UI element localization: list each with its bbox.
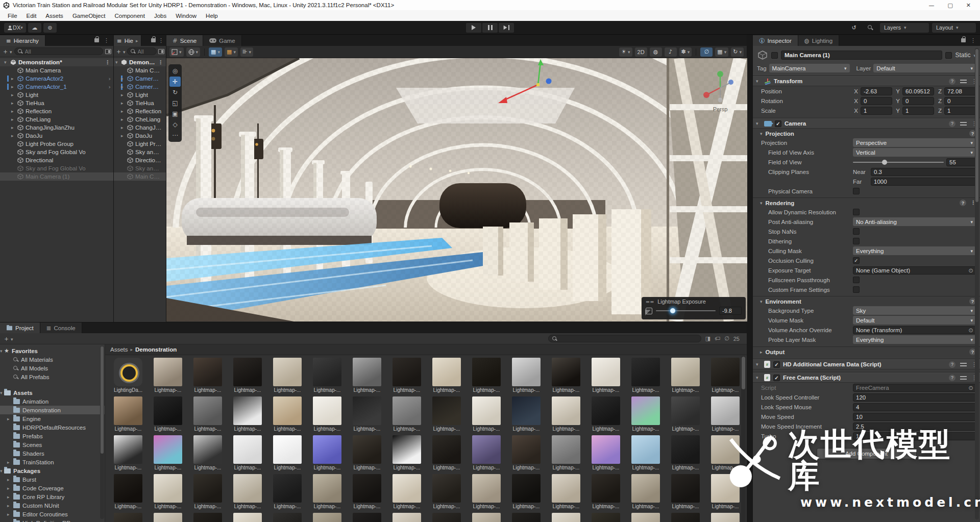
packages-root[interactable]: ▾ Packages xyxy=(0,466,105,475)
asset-tile[interactable]: Lightmap-... xyxy=(267,395,307,434)
asset-tile[interactable]: Lightmap-... xyxy=(427,395,467,434)
persp-label[interactable]: Persp xyxy=(713,106,728,112)
hierarchy-item[interactable]: Directional xyxy=(0,156,113,164)
search-by-label-icon[interactable]: 🏷 xyxy=(715,335,720,342)
folder-item[interactable]: Animation xyxy=(0,397,105,406)
physical-camera-checkbox[interactable] xyxy=(853,188,860,194)
asset-tile[interactable]: Lightmap-... xyxy=(228,434,267,473)
move-tool-button[interactable]: ✛ xyxy=(169,77,181,87)
far-field[interactable]: 1000 xyxy=(871,178,976,186)
asset-tile[interactable]: Lightmap-... xyxy=(666,395,705,434)
asset-tile[interactable]: Lightmap-... xyxy=(467,473,506,512)
help-icon[interactable]: ? xyxy=(949,375,955,381)
camera-enabled-checkbox[interactable] xyxy=(775,120,781,127)
asset-tile[interactable]: Lightmap-... xyxy=(467,434,506,473)
asset-tile[interactable]: Lightmap-... xyxy=(586,512,626,522)
increment-snap-button[interactable]: ▦ xyxy=(225,47,238,57)
scene-lighting-button[interactable]: ☀ xyxy=(619,47,632,57)
services-button[interactable]: ⊚ xyxy=(43,23,57,33)
tab-hierarchy-mini[interactable]: ≡ Hie ▸ xyxy=(114,35,141,46)
volume-anchor-field[interactable]: None (Transform) xyxy=(853,326,976,334)
asset-tile[interactable]: Lightmap-... xyxy=(228,395,267,434)
fullscreen-passthrough-checkbox[interactable] xyxy=(853,277,860,283)
help-icon[interactable]: ? xyxy=(949,78,955,85)
asset-tile[interactable]: Lightmap-... xyxy=(626,357,666,395)
help-icon[interactable]: ? xyxy=(949,361,955,368)
layer-dropdown[interactable]: Default xyxy=(873,64,976,72)
x-field[interactable]: 0 xyxy=(861,97,892,105)
search-by-type-icon[interactable]: ◨ xyxy=(705,335,710,342)
property-value-field[interactable]: 120 xyxy=(853,393,976,402)
transform-header[interactable]: ▾ Transform ?⋮ xyxy=(753,76,980,86)
asset-tile[interactable]: Lightmap-... xyxy=(427,434,467,473)
scene-picker-icon[interactable] xyxy=(158,49,164,54)
exposure-slider-knob[interactable] xyxy=(670,308,675,313)
hierarchy-item[interactable]: Sky and Fog Global Vo xyxy=(114,148,166,156)
hierarchy-item[interactable]: ▸ CheLiang xyxy=(114,115,166,123)
hierarchy-item[interactable]: ▸ DaoJu xyxy=(114,132,166,140)
asset-tile[interactable]: Lightmap-... xyxy=(666,512,705,522)
foldout-icon[interactable]: ▾ xyxy=(756,121,761,126)
2d-toggle-button[interactable]: 2D xyxy=(635,47,647,57)
asset-tile[interactable]: Lightmap-... xyxy=(148,473,188,512)
asset-tile[interactable]: Lightmap-... xyxy=(467,357,506,395)
children-indicator[interactable]: › xyxy=(109,76,111,82)
tag-dropdown[interactable]: MainCamera xyxy=(769,64,850,72)
hierarchy-search[interactable] xyxy=(14,47,103,55)
asset-tile[interactable]: Lightmap-... xyxy=(666,473,705,512)
folder-item[interactable]: Demonstration xyxy=(0,406,105,414)
scale-tool-button[interactable]: ◱ xyxy=(169,98,181,108)
x-field[interactable]: 1 xyxy=(861,107,892,115)
hierarchy-item[interactable]: ▸ ChangJingJianZhu xyxy=(0,123,113,132)
foldout-icon[interactable]: ▾ xyxy=(756,362,761,367)
volume-mask-dropdown[interactable]: Default xyxy=(853,316,976,325)
asset-tile[interactable]: Lightmap-... xyxy=(467,395,506,434)
scene-picker-icon[interactable] xyxy=(105,49,111,54)
assets-root[interactable]: ▾ Assets xyxy=(0,388,105,397)
foldout-icon[interactable]: ▾ xyxy=(756,375,761,380)
package-folder-item[interactable]: ▸ Core RP Library xyxy=(0,492,105,501)
menu-item[interactable]: Window xyxy=(171,13,201,19)
undo-history-button[interactable]: ↺ xyxy=(847,23,861,33)
hierarchy-item[interactable]: ▸ CameraActor_1 › xyxy=(0,83,113,91)
tool-handle-rotation-button[interactable] xyxy=(186,47,201,57)
asset-tile[interactable]: Lightmap-... xyxy=(546,434,586,473)
menu-item[interactable]: Assets xyxy=(41,13,68,19)
asset-tile[interactable]: Lightmap-... xyxy=(347,512,387,522)
children-indicator[interactable]: › xyxy=(109,84,111,90)
scene-visibility-button[interactable]: ∅ xyxy=(700,47,713,57)
hierarchy-item[interactable]: Main Camera (1) xyxy=(114,172,166,181)
transform-tool-button[interactable]: ◇ xyxy=(169,119,181,130)
asset-tile[interactable]: Lightmap-... xyxy=(427,512,467,522)
scene-root-row[interactable]: ▾ Demonstration* ⋮ xyxy=(0,58,113,66)
rect-tool-button[interactable]: ▣ xyxy=(169,109,181,119)
panel-menu-icon[interactable]: ⋮ xyxy=(104,37,109,44)
fov-slider-knob[interactable] xyxy=(882,160,887,165)
hierarchy-item[interactable]: ▸ Light xyxy=(114,91,166,99)
asset-tile[interactable]: Lightmap-... xyxy=(267,357,307,395)
asset-tile[interactable]: Lightmap-... xyxy=(188,395,228,434)
create-button[interactable]: ＋ xyxy=(2,47,12,56)
foldout-icon[interactable]: ▾ xyxy=(756,79,761,84)
fov-axis-dropdown[interactable]: Vertical xyxy=(853,148,976,157)
asset-tile[interactable]: Lightmap-... xyxy=(546,357,586,395)
package-folder-item[interactable]: ▸ High Definition RP xyxy=(0,518,105,522)
asset-tile[interactable]: Lightmap-... xyxy=(307,395,347,434)
hierarchy-item[interactable]: ▸ CheLiang xyxy=(0,115,113,123)
asset-tile[interactable]: Lightmap-... xyxy=(586,357,626,395)
asset-tile[interactable]: Lightmap-... xyxy=(506,473,546,512)
asset-tile[interactable]: Lightmap-... xyxy=(307,434,347,473)
background-type-dropdown[interactable]: Sky xyxy=(853,306,976,315)
hierarchy-search-input[interactable] xyxy=(25,48,100,55)
menu-item[interactable]: Component xyxy=(110,13,149,19)
package-folder-item[interactable]: ▸ Code Coverage xyxy=(0,484,105,492)
global-search-button[interactable] xyxy=(864,23,877,33)
scene-viewport[interactable]: Persp ◎ ✛ ↻ ◱ ▣ ◇ ⋯ ▬▬ Lightmap Exposure xyxy=(166,58,747,321)
folder-item[interactable]: ▸ TrainStation xyxy=(0,458,105,466)
asset-tile[interactable]: Lightmap-... xyxy=(586,395,626,434)
preset-icon[interactable] xyxy=(960,79,967,84)
play-button[interactable] xyxy=(466,23,481,33)
close-button[interactable]: ✕ xyxy=(966,2,971,9)
asset-tile[interactable]: Lightmap-... xyxy=(347,395,387,434)
preset-icon[interactable] xyxy=(960,362,967,367)
